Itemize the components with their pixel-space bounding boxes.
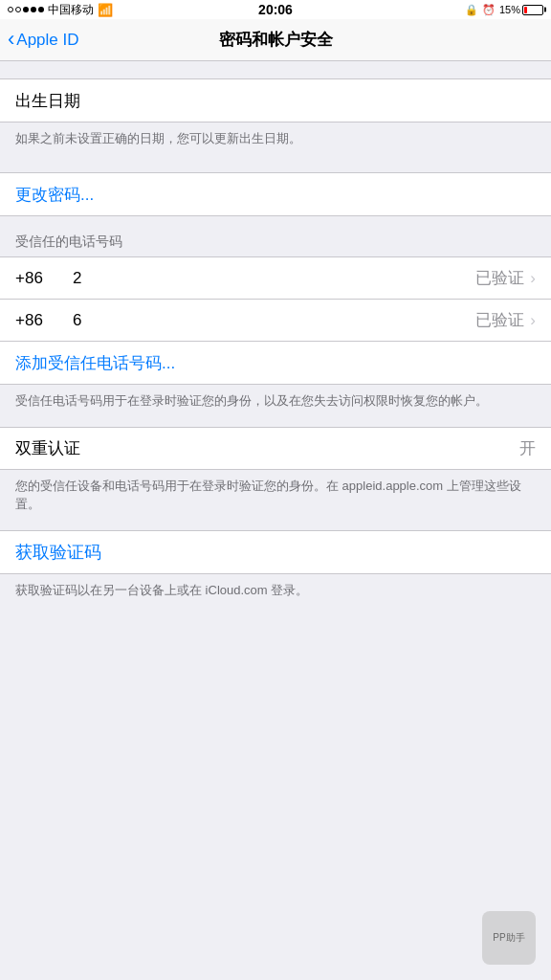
change-password-section: 更改密码... bbox=[0, 172, 551, 216]
birth-date-item: 出生日期 bbox=[0, 79, 551, 122]
birth-date-list: 出生日期 bbox=[0, 78, 551, 122]
watermark-label: PP助手 bbox=[493, 932, 524, 944]
two-factor-label: 双重认证 bbox=[15, 437, 519, 459]
birth-date-section: 出生日期 如果之前未设置正确的日期，您可以更新出生日期。 bbox=[0, 78, 551, 155]
two-factor-value: 开 bbox=[519, 437, 536, 459]
add-phone-item[interactable]: 添加受信任电话号码... bbox=[0, 342, 551, 384]
phone-1-row: +86 2 已验证 › bbox=[15, 267, 536, 289]
phone-2-chevron-icon: › bbox=[530, 311, 536, 330]
trusted-phone-list: +86 2 已验证 › +86 6 已验证 › 添加受信任电话号码... bbox=[0, 256, 551, 385]
nav-bar: ‹ Apple ID 密码和帐户安全 bbox=[0, 19, 551, 61]
phone-2-status: 已验证 bbox=[475, 309, 524, 331]
add-phone-label: 添加受信任电话号码... bbox=[15, 352, 536, 374]
back-label: Apple ID bbox=[16, 31, 78, 50]
signal-dot-5 bbox=[38, 7, 44, 12]
phone-1-chevron-icon: › bbox=[530, 269, 536, 288]
phone-1-code: +86 bbox=[15, 269, 73, 288]
phone-item-1[interactable]: +86 2 已验证 › bbox=[0, 257, 551, 300]
wifi-icon: 📶 bbox=[98, 3, 113, 17]
trusted-phone-header: 受信任的电话号码 bbox=[0, 234, 551, 256]
birth-date-description: 如果之前未设置正确的日期，您可以更新出生日期。 bbox=[0, 122, 551, 155]
battery-fill bbox=[524, 7, 527, 13]
phone-2-code: +86 bbox=[15, 311, 73, 330]
get-code-item[interactable]: 获取验证码 bbox=[0, 531, 551, 573]
signal-dots bbox=[8, 7, 44, 12]
signal-dot-3 bbox=[23, 7, 29, 12]
change-password-list: 更改密码... bbox=[0, 172, 551, 216]
watermark: PP助手 bbox=[482, 911, 536, 965]
signal-dot-1 bbox=[8, 7, 13, 12]
content: 出生日期 如果之前未设置正确的日期，您可以更新出生日期。 更改密码... 受信任… bbox=[0, 61, 551, 599]
phone-item-2[interactable]: +86 6 已验证 › bbox=[0, 300, 551, 342]
birth-date-label: 出生日期 bbox=[15, 90, 536, 112]
battery-percent: 15% bbox=[499, 4, 520, 15]
trusted-phone-section: 受信任的电话号码 +86 2 已验证 › +86 6 已验证 › bbox=[0, 234, 551, 410]
back-chevron-icon: ‹ bbox=[8, 29, 14, 50]
two-factor-section: 双重认证 开 您的受信任设备和电话号码用于在登录时验证您的身份。在 applei… bbox=[0, 427, 551, 512]
status-left: 中国移动 📶 bbox=[8, 2, 113, 18]
get-code-label: 获取验证码 bbox=[15, 541, 536, 564]
phone-1-number: 2 bbox=[73, 269, 475, 288]
signal-dot-4 bbox=[31, 7, 36, 12]
phone-2-number: 6 bbox=[73, 311, 475, 330]
status-right: 🔒 ⏰ 15% bbox=[465, 4, 543, 16]
two-factor-footer: 您的受信任设备和电话号码用于在登录时验证您的身份。在 appleid.apple… bbox=[0, 470, 551, 512]
signal-dot-2 bbox=[15, 7, 21, 12]
get-code-list: 获取验证码 bbox=[0, 530, 551, 574]
trusted-phone-footer: 受信任电话号码用于在登录时验证您的身份，以及在您失去访问权限时恢复您的帐户。 bbox=[0, 385, 551, 410]
status-bar: 中国移动 📶 20:06 🔒 ⏰ 15% bbox=[0, 0, 551, 19]
battery-bar bbox=[522, 5, 543, 15]
page-title: 密码和帐户安全 bbox=[219, 29, 333, 51]
get-code-section: 获取验证码 获取验证码以在另一台设备上或在 iCloud.com 登录。 bbox=[0, 530, 551, 599]
back-button[interactable]: ‹ Apple ID bbox=[8, 31, 79, 50]
phone-1-status: 已验证 bbox=[475, 267, 524, 289]
status-time: 20:06 bbox=[258, 2, 293, 17]
two-factor-item: 双重认证 开 bbox=[0, 427, 551, 470]
phone-2-row: +86 6 已验证 › bbox=[15, 309, 536, 331]
alarm-icon: ⏰ bbox=[482, 4, 496, 16]
change-password-item[interactable]: 更改密码... bbox=[0, 173, 551, 215]
lock-icon: 🔒 bbox=[465, 4, 478, 16]
carrier-label: 中国移动 bbox=[48, 2, 94, 18]
battery-indicator: 15% bbox=[499, 4, 543, 15]
change-password-label: 更改密码... bbox=[15, 184, 536, 206]
get-code-footer: 获取验证码以在另一台设备上或在 iCloud.com 登录。 bbox=[0, 574, 551, 599]
